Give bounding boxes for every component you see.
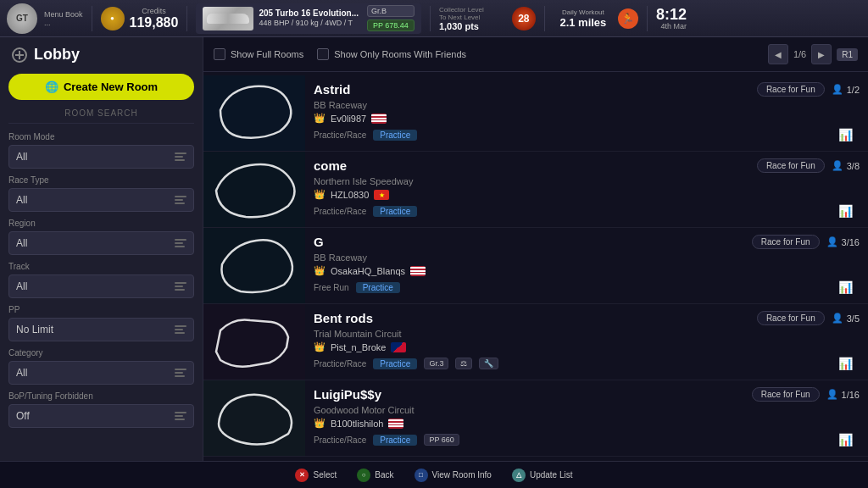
room-item[interactable]: G Race for Fun 👤 3/16 BB Raceway 👑 Osaka…	[203, 228, 868, 304]
show-full-rooms-label: Show Full Rooms	[231, 49, 303, 59]
flag-icon	[410, 266, 426, 276]
filter-lines-icon-2	[175, 239, 186, 247]
room-bottom-row: Practice/Race Practice Gr.3⚖🔧 📊	[314, 357, 860, 370]
room-top-row: G Race for Fun 👤 3/16	[314, 235, 860, 249]
room-bottom-row: Free Run Practice 📊	[314, 280, 860, 294]
room-details: G Race for Fun 👤 3/16 BB Raceway 👑 Osaka…	[305, 228, 868, 303]
room-thumb-img	[203, 228, 305, 303]
room-item[interactable]: Bent rods Race for Fun 👤 3/5 Trial Mount…	[203, 304, 868, 380]
menu-book[interactable]: Menu Book ...	[44, 10, 83, 27]
players-badge: 👤 3/5	[832, 313, 860, 324]
person-icon: 👤	[832, 84, 843, 95]
filter-group-0: Room Mode All	[8, 132, 194, 169]
room-thumbnail	[203, 380, 305, 456]
x-icon: ✕	[295, 469, 309, 482]
filter-label-2: Region	[8, 219, 194, 228]
extra-badge: PP 660	[424, 434, 459, 446]
race-type-badge: Race for Fun	[752, 387, 820, 402]
room-name: Bent rods	[314, 311, 373, 325]
bottom-action-square[interactable]: □ View Room Info	[415, 469, 492, 482]
race-type-badge: Race for Fun	[757, 158, 825, 173]
filter-select-4[interactable]: No Limit	[8, 318, 194, 341]
room-item[interactable]: Astrid Race for Fun 👤 1/2 BB Raceway 👑 E…	[203, 75, 868, 152]
extra-badge: ⚖	[455, 358, 472, 369]
sidebar-title: Lobby	[8, 46, 194, 64]
room-thumbnail	[203, 75, 305, 151]
room-details: come Race for Fun 👤 3/8 Northern Isle Sp…	[305, 152, 868, 227]
practice-badge: Practice	[373, 130, 417, 141]
session-type: Free Run	[314, 283, 349, 292]
filter-lines-icon-1	[175, 196, 186, 204]
content-header: Show Full Rooms Show Only Rooms With Fri…	[203, 37, 868, 72]
session-type: Practice/Race	[314, 207, 366, 216]
filter-select-1[interactable]: All	[8, 188, 194, 212]
car-block[interactable]: 205 Turbo 16 Evolution... 448 BHP / 910 …	[196, 3, 421, 34]
filter-label-1: Race Type	[8, 175, 194, 185]
show-friends-rooms-checkbox[interactable]	[317, 48, 329, 60]
collector-block: Collector Level To Next Level 1,030 pts	[439, 6, 507, 31]
practice-badge: Practice	[356, 282, 400, 293]
bottom-action-o[interactable]: ○ Back	[357, 469, 393, 482]
host-name: Pist_n_Broke	[331, 342, 386, 352]
filter-select-2[interactable]: All	[8, 231, 194, 255]
flag-icon	[388, 419, 403, 429]
crown-icon: 👑	[314, 113, 326, 124]
run-icon: 🏃	[618, 8, 638, 29]
filter-select-3[interactable]: All	[8, 274, 194, 298]
filter-group-5: Category All	[8, 348, 194, 385]
race-type-badge: Race for Fun	[757, 82, 825, 97]
show-friends-rooms-group[interactable]: Show Only Rooms With Friends	[317, 48, 466, 60]
room-track: Goodwood Motor Circuit	[314, 405, 860, 415]
extra-badge: Gr.3	[424, 358, 448, 369]
person-icon: 👤	[832, 160, 843, 171]
filter-select-0[interactable]: All	[8, 145, 194, 169]
filter-group-1: Race Type All	[8, 175, 194, 212]
filter-select-5[interactable]: All	[8, 361, 194, 385]
room-details: LuigiPu$$y Race for Fun 👤 1/16 Goodwood …	[305, 380, 868, 456]
globe-small-icon: 🌐	[45, 80, 58, 93]
room-top-row: LuigiPu$$y Race for Fun 👤 1/16	[314, 387, 860, 402]
player-count: 3/5	[847, 313, 860, 324]
divider3	[430, 6, 431, 31]
page-next-button[interactable]: ▶	[811, 44, 832, 64]
bottom-action-x[interactable]: ✕ Select	[295, 469, 337, 482]
room-thumbnail	[203, 152, 305, 227]
bottom-action-tri[interactable]: △ Update List	[512, 469, 573, 482]
credits-block: Credits 119,880	[130, 7, 179, 30]
gt-logo: GT	[7, 3, 37, 34]
room-list: Astrid Race for Fun 👤 1/2 BB Raceway 👑 E…	[203, 72, 868, 461]
person-icon: 👤	[826, 389, 838, 400]
show-full-rooms-checkbox[interactable]	[214, 48, 225, 60]
host-name: OsakaHQ_Blanqs	[331, 266, 405, 276]
filter-select-6[interactable]: Off	[8, 404, 194, 428]
room-details: Bent rods Race for Fun 👤 3/5 Trial Mount…	[305, 304, 868, 380]
race-type-badge: Race for Fun	[757, 311, 825, 325]
bottom-action-label: Update List	[530, 470, 573, 480]
room-item[interactable]: come Race for Fun 👤 3/8 Northern Isle Sp…	[203, 152, 868, 228]
crown-icon: 👑	[314, 265, 326, 276]
filter-group-4: PP No Limit	[8, 305, 194, 341]
room-bottom-row: Practice/Race Practice 📊	[314, 128, 860, 141]
host-name: HZL0830	[331, 190, 369, 200]
room-badges: Race for Fun 👤 3/5	[757, 311, 860, 325]
room-top-row: Astrid Race for Fun 👤 1/2	[314, 82, 860, 97]
room-top-row: Bent rods Race for Fun 👤 3/5	[314, 311, 860, 325]
create-room-button[interactable]: 🌐 Create New Room	[8, 74, 194, 100]
players-badge: 👤 1/16	[826, 389, 860, 400]
filter-lines-icon-4	[175, 325, 186, 334]
player-count: 1/16	[842, 390, 860, 400]
bottom-bar: ✕ Select ○ Back □ View Room Info △ Updat…	[0, 461, 868, 488]
room-thumb-img	[203, 152, 305, 227]
session-type: Practice/Race	[314, 435, 366, 445]
divider1	[92, 6, 92, 31]
filter-label-4: PP	[8, 305, 194, 314]
page-prev-button[interactable]: ◀	[768, 44, 788, 64]
room-item[interactable]: LuigiPu$$y Race for Fun 👤 1/16 Goodwood …	[203, 380, 868, 457]
session-type: Practice/Race	[314, 359, 366, 369]
show-full-rooms-group[interactable]: Show Full Rooms	[214, 48, 303, 60]
room-host-row: 👑 OsakaHQ_Blanqs	[314, 265, 860, 276]
practice-badge: Practice	[373, 435, 417, 446]
room-track: Northern Isle Speedway	[314, 176, 860, 186]
filter-group-3: Track All	[8, 262, 194, 298]
filter-group-2: Region All	[8, 219, 194, 255]
